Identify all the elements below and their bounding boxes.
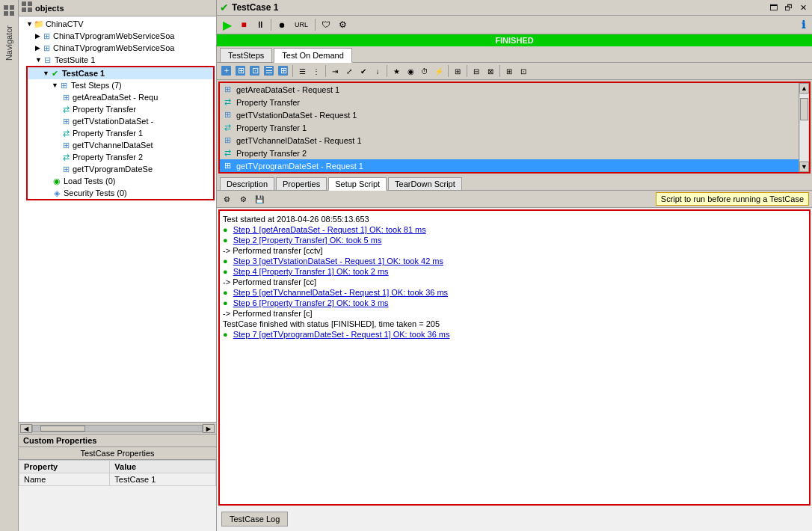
btn-13[interactable]: ◉: [404, 64, 417, 78]
script-settings-icon[interactable]: ⚙: [220, 192, 233, 206]
tree-item-testsuite1[interactable]: ▼ ⊟ TestSuite 1: [20, 54, 215, 66]
step-item-7[interactable]: ⊞ getTVprogramDateSet - Request 1: [220, 159, 799, 172]
horizontal-scrollbar[interactable]: ◄ ►: [19, 422, 216, 434]
expand-teststeps[interactable]: ▼: [52, 82, 58, 89]
close-right-btn[interactable]: ✕: [797, 1, 809, 13]
script-gear-icon[interactable]: ⚙: [236, 192, 250, 206]
btn-11[interactable]: ↓: [371, 64, 384, 78]
log-line-2[interactable]: ● Step 2 [Property Transfer] OK: took 5 …: [223, 235, 806, 245]
log-line-1[interactable]: ● Step 1 [getAreaDataSet - Request 1] OK…: [223, 224, 806, 235]
tree-item-chinaTVweb2[interactable]: ▶ ⊞ ChinaTVprogramWebServiceSoa: [20, 42, 215, 54]
step-item-1[interactable]: ⊞ getAreaDataSet - Request 1: [220, 83, 799, 96]
log-line-11[interactable]: ● Step 7 [getTVprogramDateSet - Request …: [223, 329, 806, 340]
add-step-btn[interactable]: +: [220, 64, 233, 78]
scroll-left-btn[interactable]: ◄: [20, 424, 32, 433]
btn-12[interactable]: ★: [390, 64, 403, 78]
btn-15[interactable]: ⚡: [432, 64, 446, 78]
tree-item-chinaTVweb1[interactable]: ▶ ⊞ ChinaTVprogramWebServiceSoa: [20, 30, 215, 42]
tree-item-propertytransfer[interactable]: ⇄ Property Transfer: [28, 103, 213, 115]
step-item-6[interactable]: ⇄ Property Transfer 2: [220, 147, 799, 159]
tree-item-gettvstation[interactable]: ⊞ getTVstationDataSet -: [28, 115, 213, 127]
prop-value-cell[interactable]: TestCase 1: [110, 473, 216, 486]
tree-item-securitytests[interactable]: ◈ Security Tests (0): [28, 187, 213, 199]
step-item-3[interactable]: ⊞ getTVstationDataSet - Request 1: [220, 108, 799, 121]
shield-button[interactable]: 🛡: [319, 17, 333, 32]
log-link-5[interactable]: Step 4 [Property Transfer 1] OK: took 2 …: [233, 267, 389, 276]
testcase-log-button[interactable]: TestCase Log: [221, 512, 288, 527]
tree-item-gettvchannel[interactable]: ⊞ getTVchannelDataSet: [28, 139, 213, 151]
expand-chinaTVweb2[interactable]: ▶: [35, 44, 40, 52]
vscroll-thumb[interactable]: [800, 98, 808, 120]
btn-16[interactable]: ⊞: [451, 64, 464, 78]
btn-18[interactable]: ⊠: [484, 64, 497, 78]
expand-chinactv[interactable]: ▼: [26, 20, 33, 28]
steps-vscroll[interactable]: ▲ ▼: [799, 83, 809, 172]
tab-teststeps[interactable]: TestSteps: [220, 48, 272, 62]
log-link-4[interactable]: Step 3 [getTVstationDataSet - Request 1]…: [233, 257, 443, 266]
tree-item-propertytransfer1[interactable]: ⇄ Property Transfer 1: [28, 127, 213, 139]
btn-19[interactable]: ⊞: [502, 64, 516, 78]
tree-item-loadtests[interactable]: ◉ Load Tests (0): [28, 175, 213, 187]
record-button[interactable]: ⏺: [274, 17, 289, 32]
tree-item-chinactv[interactable]: ▼ 📁 ChinaCTV: [20, 18, 215, 30]
expand-testcase1[interactable]: ▼: [43, 70, 49, 77]
btab-properties[interactable]: Properties: [276, 177, 327, 190]
restore-btn[interactable]: 🗗: [782, 1, 794, 13]
gear-button[interactable]: ⚙: [335, 17, 350, 32]
pause-button[interactable]: ⏸: [253, 17, 268, 32]
step-item-4[interactable]: ⇄ Property Transfer 1: [220, 121, 799, 134]
step-item-2[interactable]: ⇄ Property Transfer: [220, 96, 799, 108]
btab-setupscript[interactable]: Setup Script: [328, 177, 387, 191]
log-link-1[interactable]: Step 1 [getAreaDataSet - Request 1] OK: …: [233, 225, 426, 234]
btn-5[interactable]: ⊞: [277, 64, 290, 78]
tree-label-gettvprogramdate: getTVprogramDateSe: [73, 165, 153, 174]
help-btn[interactable]: ℹ: [797, 19, 809, 31]
btn-3[interactable]: ⊡: [248, 64, 262, 78]
maximize-btn[interactable]: 🗖: [767, 1, 779, 13]
vscroll-up-btn[interactable]: ▲: [799, 83, 809, 93]
btab-description[interactable]: Description: [220, 177, 274, 190]
log-link-11[interactable]: Step 7 [getTVprogramDateSet - Request 1]…: [233, 330, 450, 339]
objects-tree[interactable]: ▼ 📁 ChinaCTV ▶ ⊞ ChinaTVprogramWebServic…: [19, 16, 216, 422]
scroll-track[interactable]: [32, 425, 203, 432]
expand-chinaTVweb1[interactable]: ▶: [35, 32, 40, 40]
tab-testondemand[interactable]: Test On Demand: [274, 48, 352, 63]
script-save-icon[interactable]: 💾: [253, 192, 266, 206]
url-button[interactable]: URL: [291, 17, 312, 32]
btn-17[interactable]: ⊟: [470, 64, 483, 78]
log-line-4[interactable]: ● Step 3 [getTVstationDataSet - Request …: [223, 256, 806, 266]
table-row[interactable]: Name TestCase 1: [19, 473, 216, 486]
expand-testsuite1[interactable]: ▼: [35, 56, 42, 64]
btn-10[interactable]: ✔: [357, 64, 370, 78]
tree-item-testcase1[interactable]: ▼ ✔ TestCase 1: [28, 67, 213, 79]
scroll-right-btn[interactable]: ►: [203, 424, 215, 433]
btn-14[interactable]: ⏱: [418, 64, 431, 78]
vscroll-track[interactable]: [799, 93, 809, 162]
scroll-thumb[interactable]: [40, 426, 85, 432]
btn-8[interactable]: ⇥: [328, 64, 342, 78]
stop-button[interactable]: ■: [236, 17, 251, 32]
tree-item-getareadataset[interactable]: ⊞ getAreaDataSet - Requ: [28, 91, 213, 103]
log-line-7[interactable]: ● Step 5 [getTVchannelDataSet - Request …: [223, 287, 806, 298]
teststeps-container: ⊞ getAreaDataSet - Request 1 ⇄ Property …: [218, 82, 811, 174]
log-link-8[interactable]: Step 6 [Property Transfer 2] OK: took 3 …: [233, 298, 389, 307]
btn-20[interactable]: ⊡: [517, 64, 530, 78]
btn-6[interactable]: ☰: [295, 64, 309, 78]
vscroll-down-btn[interactable]: ▼: [799, 162, 809, 172]
btn-7[interactable]: ⋮: [310, 64, 323, 78]
log-link-2[interactable]: Step 2 [Property Transfer] OK: took 5 ms: [233, 236, 382, 245]
btn-9[interactable]: ⤢: [342, 64, 356, 78]
btn-2[interactable]: ⊞: [234, 64, 247, 78]
log-line-5[interactable]: ● Step 4 [Property Transfer 1] OK: took …: [223, 266, 806, 277]
testcase-status-icon: ✔: [220, 1, 229, 13]
tree-item-gettvprogramdate[interactable]: ⊞ getTVprogramDateSe: [28, 163, 213, 175]
btab-teardownscript[interactable]: TearDown Script: [388, 177, 462, 190]
log-line-8[interactable]: ● Step 6 [Property Transfer 2] OK: took …: [223, 298, 806, 308]
play-button[interactable]: ▶: [220, 17, 235, 32]
btn-4[interactable]: ☰: [262, 64, 276, 78]
nav-icon[interactable]: [1, 3, 16, 18]
step-item-5[interactable]: ⊞ getTVchannelDataSet - Request 1: [220, 134, 799, 147]
log-link-7[interactable]: Step 5 [getTVchannelDataSet - Request 1]…: [233, 288, 448, 297]
tree-item-propertytransfer2[interactable]: ⇄ Property Transfer 2: [28, 151, 213, 163]
tree-item-teststeps[interactable]: ▼ ⊞ Test Steps (7): [28, 79, 213, 91]
